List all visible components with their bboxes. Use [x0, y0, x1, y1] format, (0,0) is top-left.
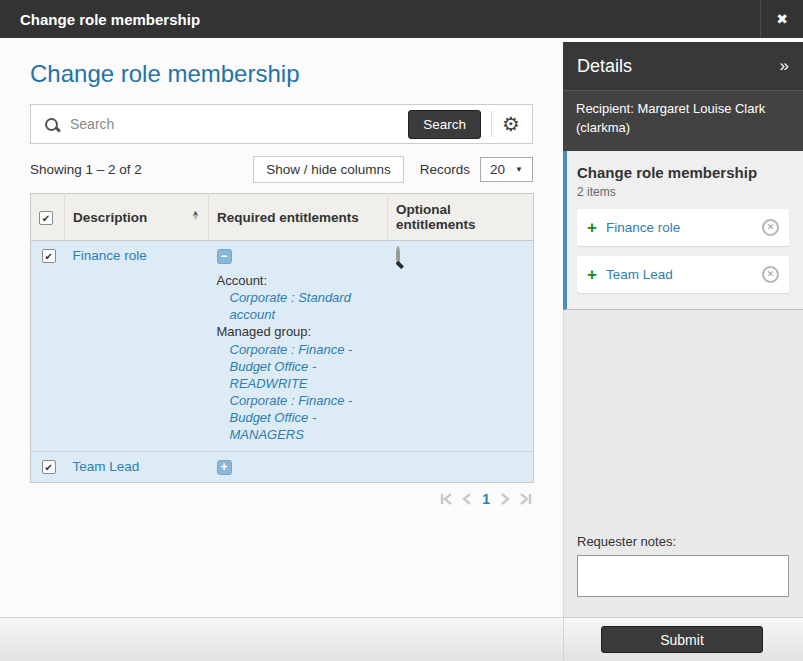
- column-header-required-entitlements[interactable]: Required entitlements: [209, 194, 388, 241]
- details-header: Details »: [563, 42, 803, 90]
- first-page-icon[interactable]: [439, 492, 454, 506]
- role-link-team-lead[interactable]: Team Lead: [73, 459, 140, 474]
- dropdown-caret-icon: ▼: [515, 165, 523, 174]
- previous-page-icon[interactable]: [461, 492, 472, 506]
- recipient-text: Recipient: Margaret Louise Clark (clarkm…: [563, 90, 803, 151]
- entitlement-value-link[interactable]: Corporate : Finance - Budget Office - MA…: [217, 392, 382, 443]
- column-header-description[interactable]: Description ▲ ▼: [65, 194, 209, 241]
- entitlement-group-label: Managed group:: [217, 323, 382, 340]
- select-all-checkbox[interactable]: ✔: [39, 211, 53, 225]
- table-row-finance-role: ✔ Finance role − Account: Corporate : St…: [31, 241, 534, 452]
- cart-title: Change role membership: [577, 164, 789, 181]
- cart-item-finance-role: + Finance role ✕: [577, 209, 789, 246]
- column-header-optional-entitlements[interactable]: Optional entitlements: [388, 194, 534, 241]
- details-title: Details: [577, 56, 632, 77]
- gear-icon[interactable]: ⚙: [502, 114, 524, 134]
- requester-notes-label: Requester notes:: [577, 534, 789, 549]
- entitlement-value-link[interactable]: Corporate : Standard account: [217, 289, 382, 323]
- roles-table: ✔ Description ▲ ▼ Required entitlements …: [30, 193, 534, 483]
- dialog-title: Change role membership: [0, 11, 200, 28]
- cart-item-count: 2 items: [577, 185, 789, 199]
- search-bar: Search ⚙: [30, 104, 533, 144]
- footer-divider: [563, 618, 564, 661]
- submit-button[interactable]: Submit: [601, 626, 763, 653]
- show-hide-columns-button[interactable]: Show / hide columns: [253, 156, 404, 183]
- page-title: Change role membership: [30, 60, 563, 88]
- table-row-team-lead: ✔ Team Lead +: [31, 451, 534, 482]
- cart-item-label[interactable]: Finance role: [606, 220, 680, 235]
- remove-item-icon[interactable]: ✕: [762, 266, 779, 283]
- requester-notes-textarea[interactable]: [577, 555, 789, 597]
- pagination: 1: [30, 491, 533, 507]
- search-icon: [45, 118, 58, 131]
- collapse-entitlements-icon[interactable]: −: [217, 249, 232, 264]
- records-label: Records: [420, 162, 470, 177]
- plus-icon: +: [587, 266, 597, 283]
- cart-item-team-lead: + Team Lead ✕: [577, 256, 789, 293]
- search-button[interactable]: Search: [408, 110, 481, 139]
- last-page-icon[interactable]: [518, 492, 533, 506]
- request-cart: Change role membership 2 items + Finance…: [563, 151, 803, 310]
- magnifier-icon[interactable]: [396, 246, 400, 265]
- table-header-row: ✔ Description ▲ ▼ Required entitlements …: [31, 194, 534, 241]
- records-per-page-select[interactable]: 20 ▼: [480, 157, 533, 182]
- change-role-membership-dialog: Change role membership ✖ Change role mem…: [0, 0, 803, 661]
- close-icon[interactable]: ✖: [760, 0, 803, 38]
- cart-item-label[interactable]: Team Lead: [606, 267, 673, 282]
- records-value: 20: [490, 162, 505, 177]
- entitlement-value-link[interactable]: Corporate : Finance - Budget Office - RE…: [217, 341, 382, 392]
- search-separator: [491, 111, 492, 137]
- details-sidebar: Details » Recipient: Margaret Louise Cla…: [563, 42, 803, 617]
- remove-item-icon[interactable]: ✕: [762, 219, 779, 236]
- sort-icon: ▲ ▼: [191, 211, 200, 221]
- entitlement-group-label: Account:: [217, 272, 382, 289]
- dialog-footer: Submit: [0, 617, 803, 661]
- table-toolbar: Showing 1 – 2 of 2 Show / hide columns R…: [30, 156, 533, 183]
- expand-entitlements-icon[interactable]: +: [217, 460, 232, 475]
- search-input[interactable]: [70, 116, 408, 132]
- row-checkbox-team-lead[interactable]: ✔: [42, 460, 56, 474]
- role-link-finance-role[interactable]: Finance role: [73, 248, 147, 263]
- main-panel: Change role membership Search ⚙ Showing …: [0, 38, 563, 617]
- dialog-titlebar: Change role membership ✖: [0, 0, 803, 38]
- page-number[interactable]: 1: [479, 491, 493, 507]
- requester-notes-section: Requester notes:: [577, 534, 789, 601]
- sidebar-lower-area: Requester notes:: [563, 310, 803, 617]
- next-page-icon[interactable]: [500, 492, 511, 506]
- collapse-sidebar-icon[interactable]: »: [780, 56, 789, 76]
- result-count-text: Showing 1 – 2 of 2: [30, 162, 142, 177]
- plus-icon: +: [587, 219, 597, 236]
- row-checkbox-finance-role[interactable]: ✔: [42, 249, 56, 263]
- entitlement-list: Account: Corporate : Standard account Ma…: [217, 272, 382, 444]
